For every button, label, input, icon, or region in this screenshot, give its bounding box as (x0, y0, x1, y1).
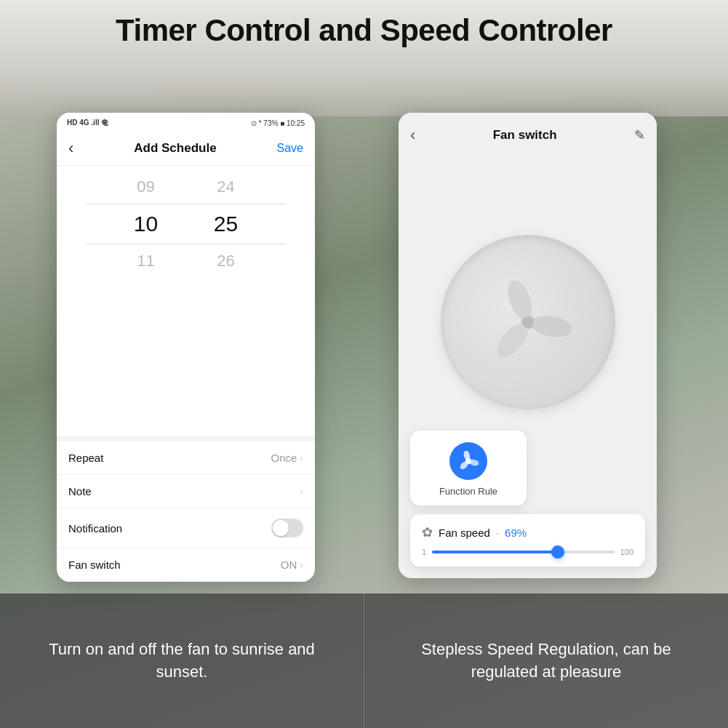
time-row-next: 11 26 (86, 247, 286, 275)
right-back-button[interactable]: ‹ (410, 126, 415, 145)
chevron-icon: › (300, 559, 303, 571)
status-right: ⊙ * 73% ■ 10:25 (251, 119, 305, 127)
caption-left: Turn on and off the fan to sunrise and s… (0, 593, 364, 728)
screen-title: Add Schedule (134, 141, 216, 156)
hour-next: 11 (128, 252, 164, 271)
note-row[interactable]: Note › (57, 475, 315, 508)
fan-switch-value: ON › (281, 559, 303, 571)
caption-left-text: Turn on and off the fan to sunrise and s… (22, 639, 342, 684)
right-phone-header: ‹ Fan switch ✎ (399, 113, 657, 155)
function-rule-icon (449, 442, 487, 480)
slider-max: 100 (620, 548, 633, 556)
left-phone-header: ‹ Add Schedule Save (57, 133, 315, 166)
slider-min: 1 (422, 548, 426, 556)
fan-speed-card[interactable]: ✿ Fan speed · 69% 1 100 (410, 514, 645, 567)
back-button[interactable]: ‹ (68, 139, 73, 158)
svg-point-9 (466, 459, 471, 463)
speed-top-row: ✿ Fan speed · 69% (422, 524, 633, 540)
function-rule-card[interactable]: Function Rule (410, 431, 527, 505)
slider-track[interactable] (432, 551, 615, 553)
notification-toggle[interactable] (271, 519, 303, 537)
slider-fill (432, 551, 558, 553)
function-rule-label: Function Rule (439, 486, 497, 497)
edit-icon[interactable]: ✎ (634, 127, 645, 143)
chevron-icon: › (300, 486, 303, 497)
fan-circle (441, 235, 615, 409)
speed-separator: · (496, 527, 499, 539)
svg-point-1 (503, 276, 535, 321)
left-phone-mockup: HD 4G .ill 奄 ⊙ * 73% ■ 10:25 ‹ Add Sched… (57, 113, 315, 582)
slider-thumb[interactable] (551, 545, 564, 559)
status-bar: HD 4G .ill 奄 ⊙ * 73% ■ 10:25 (57, 113, 315, 133)
fan-switch-row[interactable]: Fan switch ON › (57, 548, 315, 582)
fan-speed-label: Fan speed (439, 527, 490, 539)
repeat-value-text: Once (271, 452, 297, 464)
repeat-value: Once › (271, 452, 303, 464)
notification-label: Notification (68, 522, 122, 535)
slider-row: 1 100 (422, 548, 633, 556)
time-picker[interactable]: 09 24 10 25 11 26 (57, 166, 315, 436)
note-value: › (300, 486, 303, 497)
settings-section: Repeat Once › Note › Notification Fan sw… (57, 436, 315, 582)
page-title: Timer Control and Speed Controler (0, 13, 728, 48)
fan-speed-icon: ✿ (422, 524, 433, 540)
fan-icon (481, 275, 575, 369)
note-label: Note (68, 485, 92, 497)
fan-switch-status: ON (281, 559, 297, 571)
bottom-captions: Turn on and off the fan to sunrise and s… (0, 593, 728, 728)
hour-active: 10 (128, 212, 164, 236)
svg-point-4 (522, 316, 534, 328)
repeat-label: Repeat (68, 452, 103, 464)
svg-point-2 (529, 313, 573, 340)
speed-value: 69% (505, 527, 527, 539)
gear-fan-svg (458, 451, 479, 471)
time-row-prev: 09 24 (86, 173, 286, 201)
time-picker-rows: 09 24 10 25 11 26 (57, 173, 315, 275)
min-prev: 24 (208, 177, 244, 196)
notification-row[interactable]: Notification (57, 508, 315, 548)
status-left: HD 4G .ill 奄 (67, 118, 108, 128)
chevron-icon: › (300, 452, 303, 464)
repeat-row[interactable]: Repeat Once › (57, 441, 315, 475)
caption-right: Stepless Speed Regulation, can be regula… (364, 593, 728, 728)
hour-prev: 09 (128, 177, 164, 196)
fan-switch-label: Fan switch (68, 559, 121, 571)
min-next: 26 (208, 252, 244, 271)
toggle-knob (273, 520, 289, 536)
min-active: 25 (208, 212, 244, 236)
right-phone-mockup: ‹ Fan switch ✎ (399, 113, 657, 578)
right-screen-title: Fan switch (493, 128, 557, 143)
save-button[interactable]: Save (277, 142, 303, 155)
time-row-active: 10 25 (86, 204, 286, 244)
caption-right-text: Stepless Speed Regulation, can be regula… (386, 639, 706, 684)
